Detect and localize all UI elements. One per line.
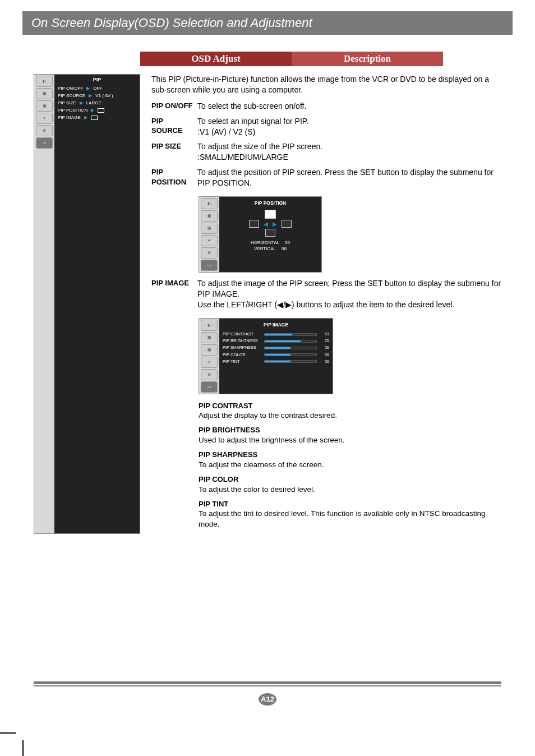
osd-list-item: PIP SIZE ▶ LARGE bbox=[58, 99, 136, 107]
osd-list: PIP PIP ON/OFF ▶ OFF PIP SOURCE ▶ V1 ( A… bbox=[54, 75, 140, 533]
pip-image-row: PIP CONTRAST 53 bbox=[223, 331, 329, 337]
crop-mark bbox=[22, 740, 24, 756]
osd-side-icon: ▣ bbox=[201, 344, 218, 356]
sub-title: PIP TINT bbox=[199, 499, 501, 509]
section-header-right: Description bbox=[292, 52, 443, 66]
osd-list-item: PIP POSITION ▶ bbox=[58, 107, 136, 114]
pip-image-row-label: PIP SHARPNESS bbox=[223, 345, 262, 351]
pip-image-row-value: 50 bbox=[319, 359, 329, 365]
osd-item-label: PIP SIZE bbox=[58, 100, 76, 105]
pip-image-row-label: PIP BRIGHTNESS bbox=[223, 338, 262, 344]
slider-bar bbox=[264, 333, 317, 336]
pip-position-panel-illustration: ◐ ▦ ▣ ✦ ⚙ ▭ PIP POSITION ◀ bbox=[199, 196, 322, 273]
slider-fill bbox=[265, 340, 301, 342]
definition-term: PIP SIZE bbox=[151, 141, 193, 163]
osd-side-icons: ◐ ▦ ▣ ✦ ⚙ ▭ bbox=[199, 319, 219, 394]
arrow-icon: ▶ bbox=[80, 100, 83, 105]
crop-mark bbox=[0, 732, 16, 734]
definition-term: PIP IMAGE bbox=[151, 278, 193, 310]
position-glyph-icon bbox=[98, 108, 104, 113]
definition-term: PIP ON/OFF bbox=[151, 101, 193, 112]
slider-bar bbox=[264, 360, 317, 363]
pip-image-panel-illustration: ◐ ▦ ▣ ✦ ⚙ ▭ PIP IMAGE PIP CONTRAST 53 bbox=[199, 318, 333, 394]
osd-side-icon: ▦ bbox=[201, 332, 218, 343]
description-column: This PIP (Picture-in-Picture) function a… bbox=[151, 74, 501, 534]
osd-list-item: PIP ON/OFF ▶ OFF bbox=[58, 85, 136, 92]
osd-side-icon-pip: ▭ bbox=[201, 260, 218, 271]
footer-rule bbox=[34, 685, 501, 686]
osd-list-title: PIP bbox=[58, 77, 136, 82]
definition-row: PIP ON/OFF To select the sub-screen on/o… bbox=[151, 101, 501, 112]
osd-side-icon: ✦ bbox=[36, 113, 53, 124]
definition-row: PIP IMAGE To adjust the image of the PIP… bbox=[151, 278, 501, 310]
definition-text: To adjust the size of the PIP screen. :S… bbox=[197, 141, 501, 163]
position-option-icon bbox=[265, 210, 276, 219]
pip-image-row-value: 53 bbox=[319, 331, 329, 337]
osd-item-label: PIP IMAGE bbox=[58, 115, 81, 120]
osd-side-icon: ⚙ bbox=[201, 369, 218, 380]
definition-text: To adjust the position of PIP screen. Pr… bbox=[197, 167, 501, 188]
osd-item-value: LARGE bbox=[86, 100, 102, 105]
page-title: On Screen Display(OSD) Selection and Adj… bbox=[22, 11, 513, 35]
arrow-icon: ▶ bbox=[84, 115, 87, 120]
osd-side-icon: ◐ bbox=[201, 198, 218, 209]
osd-item-value: OFF bbox=[93, 86, 102, 91]
section-header-bar: OSD Adjust Description bbox=[140, 52, 443, 66]
sub-definition: PIP CONTRAST Adjust the display to the c… bbox=[199, 401, 501, 421]
pip-vertical-value: 50 bbox=[282, 246, 287, 252]
slider-bar bbox=[264, 340, 317, 343]
pip-position-grid: ◀ ▶ bbox=[223, 210, 318, 237]
position-option-icon bbox=[282, 220, 292, 228]
position-option-icon bbox=[265, 229, 275, 237]
sub-definition: PIP BRIGHTNESS Used to adjust the bright… bbox=[199, 425, 501, 445]
definition-text: To select the sub-screen on/off. bbox=[197, 101, 501, 112]
definition-row: PIP POSITION To adjust the position of P… bbox=[151, 167, 501, 188]
osd-side-icon: ▦ bbox=[36, 88, 53, 99]
right-arrow-icon: ▶ bbox=[273, 220, 277, 228]
intro-text: This PIP (Picture-in-Picture) function a… bbox=[151, 74, 501, 95]
page-footer: A12 bbox=[0, 681, 535, 706]
osd-list-item: PIP SOURCE ▶ V1 ( AV ) bbox=[58, 92, 136, 99]
section-header-left: OSD Adjust bbox=[140, 52, 292, 66]
sub-desc: To adjust the tint to desired level. Thi… bbox=[199, 509, 501, 529]
slider-fill bbox=[265, 361, 290, 362]
sub-desc: Used to adjust the brightness of the scr… bbox=[199, 435, 501, 445]
sub-definition: PIP COLOR To adjust the color to desired… bbox=[199, 474, 501, 495]
osd-side-icon: ⚙ bbox=[201, 247, 218, 259]
page-content: OSD Adjust Description ◐ ▦ ▣ ✦ ⚙ ▭ PIP P… bbox=[0, 35, 535, 534]
pip-horizontal-value: 50 bbox=[285, 240, 290, 246]
osd-side-icon: ◐ bbox=[36, 76, 53, 87]
pip-image-row: PIP SHARPNESS 50 bbox=[223, 345, 329, 351]
pip-vertical-label: VERTICAL bbox=[254, 246, 276, 252]
slider-fill bbox=[265, 334, 292, 335]
pip-horizontal-label: HORIZONTAL bbox=[251, 240, 279, 246]
pip-image-title: PIP IMAGE bbox=[223, 322, 329, 328]
definition-term: PIP SOURCE bbox=[151, 116, 193, 137]
position-option-icon bbox=[249, 220, 259, 228]
arrow-icon: ▶ bbox=[89, 93, 92, 98]
definition-row: PIP SIZE To adjust the size of the PIP s… bbox=[151, 141, 501, 163]
osd-side-icon: ◐ bbox=[201, 320, 218, 331]
pip-image-row: PIP BRIGHTNESS 70 bbox=[223, 338, 329, 344]
osd-list-item: PIP IMAGE ▶ bbox=[58, 114, 136, 121]
pip-image-row-label: PIP TINT bbox=[223, 359, 262, 365]
osd-side-icon-pip: ▭ bbox=[201, 381, 218, 393]
pip-position-values: HORIZONTAL 50 VERTICAL 50 bbox=[223, 240, 318, 252]
sub-title: PIP CONTRAST bbox=[199, 401, 501, 411]
pip-image-row-value: 50 bbox=[319, 352, 329, 358]
definition-text: To adjust the image of the PIP screen; P… bbox=[197, 278, 501, 310]
osd-side-icon: ▣ bbox=[201, 223, 218, 234]
osd-item-label: PIP SOURCE bbox=[58, 93, 85, 98]
arrow-icon: ▶ bbox=[91, 108, 94, 113]
pip-image-body: PIP IMAGE PIP CONTRAST 53 PIP BRIGHTNESS… bbox=[219, 319, 333, 394]
image-glyph-icon bbox=[91, 116, 98, 120]
sub-desc: Adjust the display to the contrast desir… bbox=[199, 411, 501, 421]
page-number-badge: A12 bbox=[259, 693, 276, 706]
slider-fill bbox=[265, 347, 290, 349]
osd-item-value: V1 ( AV ) bbox=[95, 93, 113, 98]
footer-rule bbox=[34, 681, 501, 684]
osd-side-icon: ▦ bbox=[201, 210, 218, 222]
osd-side-icon: ✦ bbox=[201, 235, 218, 246]
osd-item-label: PIP POSITION bbox=[58, 108, 87, 113]
osd-side-icon: ✦ bbox=[201, 357, 218, 368]
